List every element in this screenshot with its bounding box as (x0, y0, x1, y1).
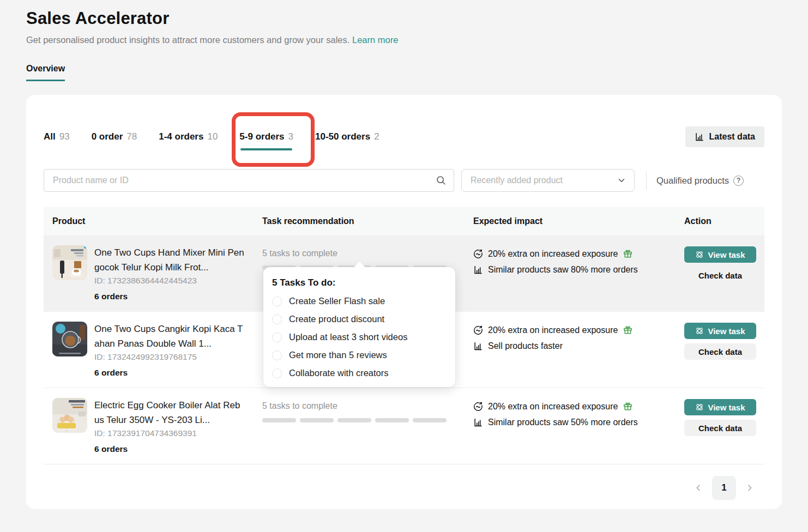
filter-bar: All 93 0 order 78 1-4 orders 10 5-9 orde… (44, 95, 764, 147)
tasks-tooltip: 5 Tasks To do: Create Seller Flash sale … (263, 267, 455, 387)
col-header-product: Product (44, 216, 254, 226)
product-name[interactable]: One Two Cups Hand Mixer Mini Pengocok Te… (94, 245, 245, 275)
chevron-right-icon[interactable] (743, 481, 756, 494)
unchecked-circle-icon (272, 350, 282, 360)
page-number[interactable]: 1 (712, 476, 736, 500)
filter-label: 1-4 orders (159, 131, 203, 142)
tooltip-task-label: Create product discount (289, 314, 384, 324)
sales-accelerator-page: Sales Accelerator Get personalised produ… (0, 0, 808, 509)
impact-primary: 20% extra on increased exposure (473, 401, 667, 412)
check-data-button[interactable]: Check data (684, 420, 756, 436)
unchecked-circle-icon (272, 332, 282, 342)
qualified-products-label: Qualified products (656, 176, 729, 186)
learn-more-link[interactable]: Learn more (352, 35, 398, 45)
col-header-impact: Expected impact (465, 216, 676, 226)
view-task-button[interactable]: View task (684, 246, 756, 263)
bar-chart-icon (695, 132, 704, 142)
gauge-icon (473, 325, 483, 335)
tasks-to-complete-label: 5 tasks to complete (262, 249, 456, 258)
impact-secondary: Similar products saw 80% more orders (473, 265, 667, 275)
qualified-products-link[interactable]: Qualified products ? (656, 176, 744, 186)
filter-count: 3 (288, 131, 293, 142)
unchecked-circle-icon (272, 315, 282, 324)
main-card: All 93 0 order 78 1-4 orders 10 5-9 orde… (26, 95, 782, 509)
impact-primary-text: 20% extra on increased exposure (488, 325, 618, 335)
task-cell[interactable]: 5 tasks to complete (254, 388, 465, 464)
view-task-label: View task (708, 327, 745, 336)
filter-tab-5-9-orders[interactable]: 5-9 orders 3 (239, 131, 293, 142)
search-icon[interactable] (436, 175, 447, 188)
tooltip-task-label: Get more than 5 reviews (289, 350, 387, 360)
search-input[interactable] (44, 169, 454, 192)
filter-label: 10-50 orders (315, 131, 370, 142)
product-name[interactable]: One Two Cups Cangkir Kopi Kaca Tahan Pan… (94, 322, 245, 351)
help-icon[interactable]: ? (733, 176, 744, 186)
tooltip-title: 5 Tasks To do: (272, 277, 447, 288)
product-info: Electric Egg Cooker Boiler Alat Rebus Te… (94, 398, 245, 464)
filter-label: 5-9 orders (239, 131, 284, 142)
view-task-label: View task (708, 403, 745, 412)
impact-primary-text: 20% extra on increased exposure (488, 249, 618, 259)
boost-atom-icon (695, 327, 704, 335)
tooltip-task-item: Upload at least 3 short videos (272, 332, 447, 342)
product-cell: Electric Egg Cooker Boiler Alat Rebus Te… (44, 388, 254, 464)
product-image-glass-cup (52, 322, 87, 356)
impact-primary-text: 20% extra on increased exposure (488, 402, 618, 412)
filter-tab-all[interactable]: All 93 (44, 131, 70, 142)
impact-secondary-text: Similar products saw 80% more orders (488, 265, 638, 275)
sort-select[interactable]: Recently added product (461, 169, 635, 192)
subtitle-text: Get personalised product insights to att… (26, 35, 349, 45)
check-data-button[interactable]: Check data (684, 267, 756, 283)
product-id: ID: 1732386364442445423 (94, 276, 245, 286)
table-row: Electric Egg Cooker Boiler Alat Rebus Te… (44, 388, 764, 464)
tasks-to-complete-label: 5 tasks to complete (262, 401, 456, 411)
tooltip-task-label: Create Seller Flash sale (289, 296, 385, 306)
tooltip-task-item: Get more than 5 reviews (272, 350, 447, 360)
impact-primary: 20% extra on increased exposure (473, 325, 667, 335)
latest-data-label: Latest data (709, 132, 755, 142)
impact-secondary-text: Similar products saw 50% more orders (488, 418, 638, 427)
boost-atom-icon (695, 403, 704, 412)
task-segment (337, 418, 371, 422)
pagination: 1 (44, 476, 764, 500)
product-id: ID: 1732424992319768175 (94, 352, 245, 362)
task-segment (300, 418, 334, 422)
tooltip-task-label: Upload at least 3 short videos (289, 332, 407, 342)
filter-tab-10-50-orders[interactable]: 10-50 orders 2 (315, 131, 379, 142)
task-segment (262, 418, 296, 422)
task-progress-segments (262, 418, 456, 422)
filter-tab-0-order[interactable]: 0 order 78 (92, 131, 137, 142)
product-orders: 6 orders (94, 292, 245, 301)
product-info: One Two Cups Cangkir Kopi Kaca Tahan Pan… (94, 322, 245, 388)
view-task-button[interactable]: View task (684, 399, 756, 415)
boost-atom-icon (695, 250, 704, 259)
latest-data-button[interactable]: Latest data (685, 126, 764, 147)
product-name[interactable]: Electric Egg Cooker Boiler Alat Rebus Te… (94, 398, 245, 427)
tooltip-task-label: Collaborate with creators (289, 368, 389, 378)
col-header-task: Task recommendation (254, 216, 465, 226)
impact-cell: 20% extra on increased exposure (465, 388, 676, 464)
action-cell: View task Check data (676, 388, 764, 464)
filter-tab-1-4-orders[interactable]: 1-4 orders 10 (159, 131, 218, 142)
view-task-button[interactable]: View task (684, 323, 756, 339)
gift-icon (623, 249, 633, 259)
bar-chart-icon (473, 418, 483, 427)
page-title: Sales Accelerator (26, 9, 782, 28)
col-header-action: Action (676, 216, 764, 226)
filter-label: All (44, 131, 56, 142)
product-orders: 6 orders (94, 368, 245, 378)
table-header-row: Product Task recommendation Expected imp… (44, 207, 764, 235)
product-cell: One Two Cups Hand Mixer Mini Pengocok Te… (44, 235, 254, 312)
tooltip-task-item: Create product discount (272, 314, 447, 324)
tab-overview[interactable]: Overview (26, 64, 65, 81)
gift-icon (623, 325, 633, 335)
impact-secondary: Sell products faster (473, 341, 667, 351)
product-cell: One Two Cups Cangkir Kopi Kaca Tahan Pan… (44, 312, 254, 388)
check-data-button[interactable]: Check data (684, 343, 756, 360)
impact-secondary-text: Sell products faster (488, 341, 563, 351)
filter-count: 93 (59, 131, 70, 142)
unchecked-circle-icon (272, 368, 282, 378)
action-cell: View task Check data (676, 312, 764, 388)
chevron-left-icon[interactable] (692, 481, 705, 494)
view-task-label: View task (708, 250, 745, 259)
